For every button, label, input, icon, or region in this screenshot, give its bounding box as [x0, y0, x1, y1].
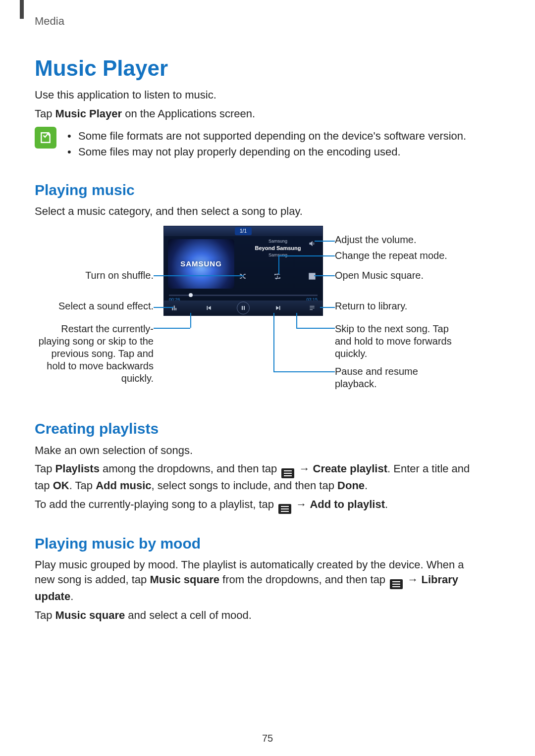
text: from the dropdowns, and then tap [219, 573, 388, 586]
bold: Add music [96, 479, 151, 492]
control-bar [164, 301, 322, 315]
bold: Music square [55, 609, 125, 621]
intro-line-2: Tap Music Player on the Applications scr… [35, 106, 476, 121]
text: among the dropdowns, and then tap [100, 462, 280, 475]
text: . [385, 498, 388, 510]
menu-icon [390, 579, 403, 589]
text: , select songs to include, and then tap [152, 479, 337, 492]
lead [278, 255, 279, 274]
bold: Add to playlist [310, 498, 385, 510]
menu-icon [278, 504, 291, 514]
text: Tap [35, 462, 55, 475]
progress-area[interactable]: 00:26 03:15 [169, 292, 318, 300]
section-marker [20, 0, 24, 19]
arrow: → [296, 462, 313, 475]
svg-rect-3 [313, 277, 315, 279]
next-button[interactable] [273, 302, 284, 313]
bold: OK [53, 479, 69, 492]
text: . [365, 479, 368, 492]
note-block: Some file formats are not supported depe… [35, 128, 476, 160]
lead [154, 275, 244, 276]
text: Tap [35, 107, 55, 120]
text: on the Applications screen. [122, 107, 255, 120]
creating-l4: To add the currently-playing song to a p… [35, 497, 476, 514]
callout-sound-effect: Select a sound effect. [35, 300, 154, 312]
svg-rect-0 [309, 273, 312, 276]
callout-shuffle: Turn on shuffle. [35, 269, 154, 282]
lead [190, 313, 191, 328]
shuffle-icon[interactable] [238, 272, 247, 281]
svg-rect-2 [309, 277, 312, 279]
playing-desc: Select a music category, and then select… [35, 204, 476, 219]
text: . Tap [69, 479, 96, 492]
lead [273, 313, 274, 371]
progress-handle[interactable] [189, 293, 193, 297]
album-art-label: SAMSUNG [180, 259, 222, 269]
lead [296, 313, 297, 328]
lead [314, 275, 335, 276]
mood-l1: Play music grouped by mood. The playlist… [35, 557, 476, 604]
bold: Create playlist [313, 462, 387, 475]
arrow: → [293, 498, 310, 510]
lead [154, 328, 190, 329]
creating-l1: Make an own selection of songs. [35, 443, 476, 458]
text: and select a cell of mood. [125, 609, 252, 621]
creating-l2: Tap Playlists among the dropdowns, and t… [35, 461, 476, 493]
music-player-screenshot: 1/1 SAMSUNG Samsung Beyond Samsung Samsu… [163, 226, 323, 316]
mode-icon-row [238, 272, 317, 281]
callout-library: Return to library. [335, 300, 407, 312]
sound-effect-button[interactable] [169, 302, 180, 313]
text: Tap [35, 609, 55, 621]
lead [320, 307, 335, 308]
previous-button[interactable] [203, 302, 214, 313]
intro-line-1: Use this application to listen to music. [35, 88, 476, 102]
callout-volume: Adjust the volume. [335, 234, 417, 246]
lead [154, 307, 173, 308]
player-diagram: 1/1 SAMSUNG Samsung Beyond Samsung Samsu… [35, 226, 476, 399]
text: . [70, 590, 73, 603]
bold: Playlists [55, 462, 100, 475]
callout-next: Skip to the next song. Tap and hold to m… [335, 323, 454, 360]
track-title: Beyond Samsung [238, 245, 318, 252]
library-button[interactable] [307, 302, 318, 313]
pause-button[interactable] [237, 302, 250, 314]
lead [296, 328, 335, 329]
page-title: Music Player [35, 53, 476, 83]
note-list: Some file formats are not supported depe… [67, 128, 466, 160]
text: To add the currently-playing song to a p… [35, 498, 277, 510]
callout-music-square: Open Music square. [335, 269, 424, 282]
mood-l2: Tap Music square and select a cell of mo… [35, 608, 476, 623]
lead [273, 371, 335, 372]
callout-repeat: Change the repeat mode. [335, 250, 447, 262]
bold: Done [337, 479, 365, 492]
running-header: Media [35, 14, 476, 29]
subheading-mood: Playing music by mood [35, 534, 476, 554]
bold: Music square [150, 573, 219, 586]
callout-pause: Pause and resume playback. [335, 365, 454, 390]
note-item: Some files may not play properly dependi… [67, 145, 466, 159]
lead [318, 241, 335, 242]
lead [315, 241, 319, 242]
album-art: SAMSUNG [168, 239, 234, 289]
track-counter: 1/1 [235, 227, 252, 235]
page-content: Media Music Player Use this application … [35, 10, 476, 626]
note-icon [35, 127, 56, 149]
app-name: Music Player [55, 107, 122, 120]
repeat-icon[interactable] [273, 272, 282, 281]
lead [278, 255, 335, 256]
page-number: 75 [0, 732, 535, 745]
subheading-playing: Playing music [35, 180, 476, 201]
callout-prev: Restart the currently-playing song or sk… [35, 323, 154, 385]
arrow: → [404, 573, 421, 586]
subheading-creating: Creating playlists [35, 419, 476, 439]
menu-icon [281, 468, 294, 478]
artist-small: Samsung [238, 238, 318, 244]
note-item: Some file formats are not supported depe… [67, 129, 466, 144]
music-square-icon[interactable] [308, 272, 317, 281]
